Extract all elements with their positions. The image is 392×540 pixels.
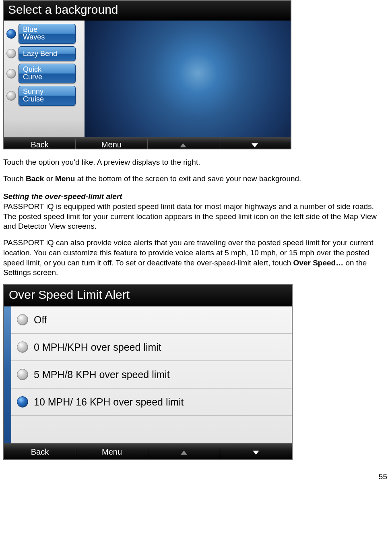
scroll-up-button[interactable] — [148, 139, 219, 149]
overspeed-body: Off 0 MPH/KPH over speed limit 5 MPH/8 K… — [4, 306, 292, 443]
radio-icon — [6, 91, 16, 101]
back-button[interactable]: Back — [4, 139, 76, 149]
radio-icon — [17, 396, 28, 408]
background-label: Quick Curve — [19, 64, 76, 84]
overspeed-option[interactable]: Off — [11, 306, 292, 334]
menu-button[interactable]: Menu — [76, 139, 147, 149]
background-body: Blue Waves Lazy Bend Quick Curve Sunny C… — [4, 21, 291, 137]
overspeed-option[interactable]: 0 MPH/KPH over speed limit — [11, 334, 292, 361]
background-option[interactable]: Blue Waves — [4, 23, 85, 45]
background-select-screenshot: Select a background Blue Waves Lazy Bend… — [3, 0, 291, 149]
bottom-bar: Back Menu — [4, 137, 291, 149]
section-heading: Setting the over-speed-limit alert — [3, 192, 389, 202]
menu-button[interactable]: Menu — [76, 447, 148, 457]
background-label: Sunny Cruise — [19, 86, 76, 106]
radio-icon — [6, 49, 16, 58]
scroll-down-button[interactable] — [220, 447, 292, 457]
option-label: 5 MPH/8 KPH over speed limit — [34, 368, 170, 381]
screen-title: Over Speed Limit Alert — [4, 285, 292, 306]
bottom-bar: Back Menu — [4, 443, 292, 460]
background-label: Blue Waves — [19, 24, 76, 44]
background-preview — [85, 21, 291, 137]
radio-icon — [17, 369, 28, 380]
background-option[interactable]: Sunny Cruise — [4, 85, 85, 107]
background-option[interactable]: Lazy Bend — [4, 46, 85, 62]
paragraph: PASSPORT iQ is equipped with posted spee… — [3, 202, 389, 232]
page-number: 55 — [3, 472, 389, 482]
overspeed-option[interactable]: 5 MPH/8 KPH over speed limit — [11, 361, 292, 389]
background-label: Lazy Bend — [19, 46, 76, 61]
radio-icon — [17, 341, 28, 353]
background-options-list: Blue Waves Lazy Bend Quick Curve Sunny C… — [4, 21, 85, 137]
scroll-up-button[interactable] — [148, 447, 220, 457]
option-label: 10 MPH/ 16 KPH over speed limit — [34, 395, 184, 409]
overspeed-option-empty — [11, 416, 292, 443]
chevron-up-icon — [181, 451, 187, 455]
background-option[interactable]: Quick Curve — [4, 63, 85, 85]
back-button[interactable]: Back — [4, 447, 76, 457]
paragraph: PASSPORT iQ can also provide voice alert… — [3, 238, 389, 278]
overspeed-options-list: Off 0 MPH/KPH over speed limit 5 MPH/8 K… — [11, 306, 292, 443]
option-label: Off — [34, 313, 47, 327]
blue-strip — [4, 306, 11, 443]
paragraph: Touch Back or Menu at the bottom of the … — [3, 174, 389, 184]
chevron-down-icon — [253, 451, 259, 455]
overspeed-option[interactable]: 10 MPH/ 16 KPH over speed limit — [11, 389, 292, 416]
radio-icon — [6, 69, 16, 79]
paragraph: Touch the option you'd like. A preview d… — [3, 157, 389, 168]
screen-title: Select a background — [4, 1, 291, 21]
radio-icon — [6, 29, 16, 39]
scroll-down-button[interactable] — [219, 139, 291, 149]
overspeed-alert-screenshot: Over Speed Limit Alert Off 0 MPH/KPH ove… — [3, 284, 293, 460]
radio-icon — [17, 314, 28, 325]
chevron-up-icon — [180, 143, 186, 147]
option-label: 0 MPH/KPH over speed limit — [34, 341, 161, 354]
chevron-down-icon — [252, 143, 258, 147]
